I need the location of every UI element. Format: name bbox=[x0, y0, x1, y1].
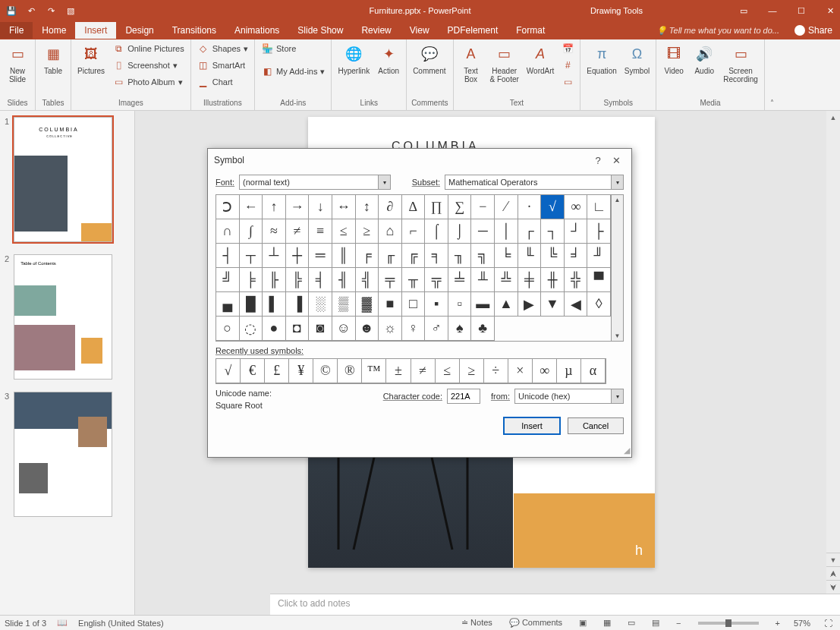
symbol-cell[interactable]: ☼ bbox=[379, 317, 402, 341]
symbol-cell[interactable]: □ bbox=[402, 292, 426, 317]
close-icon[interactable]: ✕ bbox=[823, 6, 837, 16]
symbol-cell[interactable]: ╢ bbox=[332, 268, 356, 292]
symbol-cell[interactable]: ♂ bbox=[425, 317, 448, 341]
symbol-cell[interactable]: ≥ bbox=[356, 219, 379, 244]
symbol-cell[interactable]: → bbox=[286, 195, 310, 219]
recent-symbol-cell[interactable]: α bbox=[581, 359, 606, 383]
tab-design[interactable]: Design bbox=[116, 22, 162, 39]
tab-file[interactable]: File bbox=[0, 22, 33, 39]
slide-indicator[interactable]: Slide 1 of 3 bbox=[5, 619, 46, 628]
symbol-button[interactable]: ΩSymbol bbox=[623, 41, 651, 77]
redo-icon[interactable]: ↷ bbox=[44, 4, 58, 17]
symbol-cell[interactable]: ☻ bbox=[356, 317, 379, 341]
zoom-slider[interactable] bbox=[698, 622, 759, 625]
symbol-cell[interactable]: ┌ bbox=[518, 219, 542, 244]
recent-symbol-cell[interactable]: € bbox=[241, 359, 265, 383]
slide-panel[interactable]: 1 COLUMBIA COLLECTIVE 2 Table of Content… bbox=[0, 111, 135, 615]
start-from-beginning-icon[interactable]: ▧ bbox=[64, 4, 77, 17]
textbox-button[interactable]: AText Box bbox=[458, 41, 484, 85]
store-button[interactable]: 🏪Store bbox=[260, 41, 326, 56]
comment-button[interactable]: 💬Comment bbox=[411, 41, 447, 77]
symbol-cell[interactable]: ♀ bbox=[402, 317, 426, 341]
minimize-icon[interactable]: — bbox=[766, 6, 779, 16]
symbol-cell[interactable]: ▌ bbox=[263, 292, 286, 317]
share-button[interactable]: Share bbox=[787, 25, 840, 36]
tab-view[interactable]: View bbox=[401, 22, 439, 39]
symbol-cell[interactable]: █ bbox=[240, 292, 263, 317]
shapes-button[interactable]: ◇Shapes ▾ bbox=[196, 41, 250, 56]
symbol-cell[interactable]: ◙ bbox=[309, 317, 332, 341]
symbol-cell[interactable]: Ↄ bbox=[216, 195, 240, 219]
symbol-cell[interactable]: ├ bbox=[587, 219, 611, 244]
symbol-cell[interactable]: ╚ bbox=[541, 244, 565, 268]
recent-symbol-cell[interactable]: ® bbox=[338, 359, 362, 383]
symbol-cell[interactable]: ╣ bbox=[356, 268, 379, 292]
subset-dropdown[interactable]: Mathematical Operators▾ bbox=[445, 175, 624, 190]
symbol-cell[interactable]: ● bbox=[263, 317, 286, 341]
symbol-cell[interactable]: ⌡ bbox=[448, 219, 472, 244]
fit-window-icon[interactable]: ⛶ bbox=[821, 619, 835, 628]
sorter-view-icon[interactable]: ▦ bbox=[600, 618, 614, 628]
tab-format[interactable]: Format bbox=[507, 22, 554, 39]
tell-me-input[interactable]: 💡 Tell me what you want to do... bbox=[656, 26, 787, 36]
grid-scrollbar[interactable]: ▲▼ bbox=[611, 195, 623, 341]
symbol-cell[interactable]: ╒ bbox=[356, 244, 379, 268]
zoom-out-button[interactable]: − bbox=[673, 619, 684, 628]
slide-number-button[interactable]: # bbox=[560, 58, 575, 73]
symbol-cell[interactable]: ⌐ bbox=[402, 219, 426, 244]
symbol-cell[interactable]: ∕ bbox=[495, 195, 518, 219]
photo-album-button[interactable]: ▭Photo Album ▾ bbox=[111, 74, 186, 90]
symbol-cell[interactable]: ▄ bbox=[216, 292, 240, 317]
symbol-cell[interactable]: ∟ bbox=[587, 195, 611, 219]
symbol-cell[interactable]: ⌂ bbox=[379, 219, 402, 244]
zoom-in-button[interactable]: + bbox=[772, 619, 783, 628]
symbol-cell[interactable]: ○ bbox=[216, 317, 240, 341]
symbol-cell[interactable]: ┐ bbox=[541, 219, 565, 244]
hyperlink-button[interactable]: 🌐Hyperlink bbox=[336, 41, 371, 77]
language-indicator[interactable]: English (United States) bbox=[78, 619, 164, 628]
recent-symbol-cell[interactable]: ¥ bbox=[289, 359, 313, 383]
slide-thumbnail-1[interactable]: COLUMBIA COLLECTIVE bbox=[14, 117, 112, 242]
scroll-up-icon[interactable]: ▲ bbox=[826, 111, 840, 124]
symbol-cell[interactable]: ╗ bbox=[471, 244, 495, 268]
screen-recording-button[interactable]: ▭Screen Recording bbox=[722, 41, 760, 85]
recent-symbol-cell[interactable]: µ bbox=[557, 359, 581, 383]
symbol-cell[interactable]: ╡ bbox=[309, 268, 332, 292]
tab-slideshow[interactable]: Slide Show bbox=[288, 22, 352, 39]
symbol-cell[interactable]: ◀ bbox=[565, 292, 588, 317]
symbol-cell[interactable]: │ bbox=[495, 219, 518, 244]
symbol-cell[interactable]: ─ bbox=[471, 219, 495, 244]
symbol-cell[interactable]: ■ bbox=[379, 292, 402, 317]
symbol-cell[interactable]: ▬ bbox=[471, 292, 495, 317]
symbol-cell[interactable]: ≤ bbox=[332, 219, 356, 244]
recent-symbol-cell[interactable]: © bbox=[313, 359, 338, 383]
prev-slide-icon[interactable]: ⮝ bbox=[826, 566, 840, 580]
undo-icon[interactable]: ↶ bbox=[24, 4, 38, 17]
symbol-cell[interactable]: ┼ bbox=[286, 244, 310, 268]
save-icon[interactable]: 💾 bbox=[5, 4, 18, 17]
symbol-cell[interactable]: ▪ bbox=[425, 292, 448, 317]
cancel-button[interactable]: Cancel bbox=[568, 417, 624, 434]
video-button[interactable]: 🎞Video bbox=[661, 41, 687, 77]
recent-symbol-cell[interactable]: ∞ bbox=[533, 359, 557, 383]
collapse-ribbon-button[interactable]: ˄ bbox=[765, 39, 780, 110]
recent-symbol-cell[interactable]: ≥ bbox=[460, 359, 484, 383]
symbol-cell[interactable]: ↔ bbox=[332, 195, 356, 219]
symbol-cell[interactable]: ⌠ bbox=[425, 219, 448, 244]
audio-button[interactable]: 🔊Audio bbox=[691, 41, 717, 77]
symbol-cell[interactable]: ◌ bbox=[240, 317, 263, 341]
symbol-cell[interactable]: ← bbox=[240, 195, 263, 219]
symbol-cell[interactable]: ◘ bbox=[286, 317, 310, 341]
symbol-cell[interactable]: ╦ bbox=[425, 268, 448, 292]
symbol-cell[interactable]: ∫ bbox=[240, 219, 263, 244]
symbol-cell[interactable]: ∞ bbox=[565, 195, 588, 219]
scroll-up-icon[interactable]: ▲ bbox=[612, 195, 623, 205]
symbol-cell[interactable]: ∏ bbox=[425, 195, 448, 219]
symbol-cell[interactable]: ░ bbox=[309, 292, 332, 317]
symbol-cell[interactable]: ╥ bbox=[402, 268, 426, 292]
normal-view-icon[interactable]: ▣ bbox=[576, 618, 590, 628]
notes-input[interactable]: Click to add notes bbox=[270, 594, 840, 615]
symbol-cell[interactable]: ┤ bbox=[216, 244, 240, 268]
maximize-icon[interactable]: ☐ bbox=[794, 6, 808, 16]
help-button[interactable]: ? bbox=[589, 155, 607, 166]
